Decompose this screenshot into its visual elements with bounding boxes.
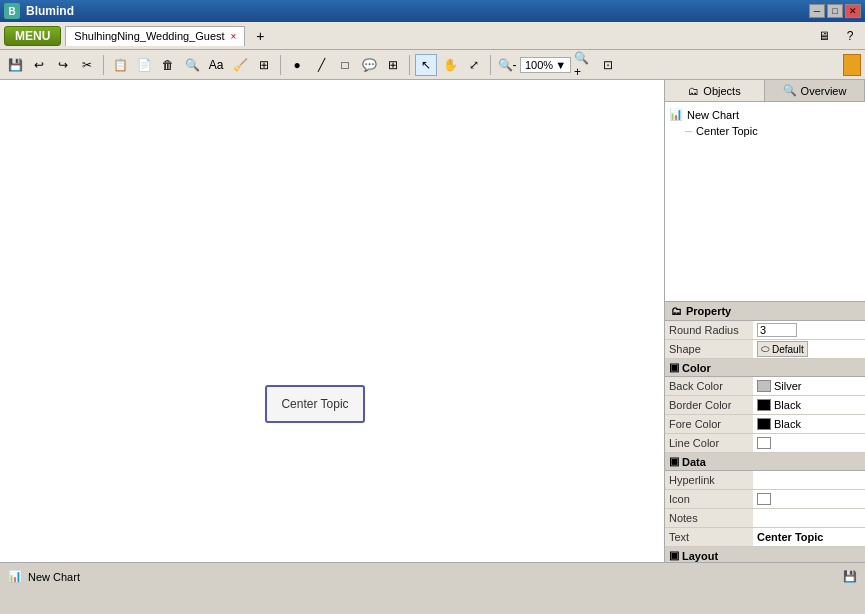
shape-toggle[interactable]: ⬭ Default <box>757 341 808 357</box>
tab-close-button[interactable]: × <box>231 31 237 42</box>
data-section-label: Data <box>682 456 706 468</box>
extra-btn-2[interactable]: ? <box>839 25 861 47</box>
tab-label: ShulhingNing_Wedding_Guest <box>74 30 224 42</box>
property-scroll-container: Round Radius Shape ⬭ Default <box>665 321 865 562</box>
zoom-dropdown-icon[interactable]: ▼ <box>555 59 566 71</box>
toolbar-table[interactable]: ⊞ <box>382 54 404 76</box>
data-collapse-icon[interactable]: ▣ <box>669 455 679 468</box>
app-icon: B <box>4 3 20 19</box>
property-title-icon: 🗂 <box>671 305 682 317</box>
toolbar-select[interactable]: ↖ <box>415 54 437 76</box>
toolbar-transform[interactable]: ⤢ <box>463 54 485 76</box>
toolbar-copy[interactable]: 📋 <box>109 54 131 76</box>
toolbar-save[interactable]: 💾 <box>4 54 26 76</box>
icon-value[interactable] <box>753 490 865 508</box>
toolbar-undo[interactable]: ↩ <box>28 54 50 76</box>
status-save-icon[interactable]: 💾 <box>843 570 857 583</box>
toolbar-extra[interactable] <box>843 54 861 76</box>
extra-btn-1[interactable]: 🖥 <box>813 25 835 47</box>
layout-collapse-icon[interactable]: ▣ <box>669 549 679 562</box>
prop-hyperlink: Hyperlink <box>665 471 865 490</box>
close-button[interactable]: ✕ <box>845 4 861 18</box>
menu-button[interactable]: MENU <box>4 26 61 46</box>
back-color-label: Back Color <box>665 378 753 394</box>
line-color-value[interactable] <box>753 434 865 452</box>
tree-item-chart[interactable]: 📊 New Chart <box>669 106 861 123</box>
chart-icon: 📊 <box>669 108 683 121</box>
toolbar-redo[interactable]: ↪ <box>52 54 74 76</box>
fore-color-value[interactable]: Black <box>753 415 865 433</box>
status-chart-label: New Chart <box>28 571 80 583</box>
property-content: Round Radius Shape ⬭ Default <box>665 321 865 562</box>
minimize-button[interactable]: ─ <box>809 4 825 18</box>
status-chart-icon: 📊 <box>8 570 22 583</box>
app-title: Blumind <box>26 4 803 18</box>
round-radius-value[interactable] <box>753 321 865 339</box>
hyperlink-label: Hyperlink <box>665 472 753 488</box>
tab-overview[interactable]: 🔍 Overview <box>765 80 865 101</box>
border-color-label: Border Color <box>665 397 753 413</box>
color-section-label: Color <box>682 362 711 374</box>
toolbar-paste[interactable]: 📄 <box>133 54 155 76</box>
property-title-label: Property <box>686 305 731 317</box>
toolbar-fit[interactable]: ⊡ <box>597 54 619 76</box>
tab-objects[interactable]: 🗂 Objects <box>665 80 765 101</box>
maximize-button[interactable]: □ <box>827 4 843 18</box>
data-section-header: ▣ Data <box>665 453 865 471</box>
color-collapse-icon[interactable]: ▣ <box>669 361 679 374</box>
border-color-swatch <box>757 399 771 411</box>
text-value[interactable]: Center Topic <box>753 528 865 546</box>
back-color-text: Silver <box>774 380 802 392</box>
shape-value: ⬭ Default <box>753 340 865 358</box>
objects-tab-label: Objects <box>703 85 740 97</box>
round-radius-input[interactable] <box>757 323 797 337</box>
icon-label: Icon <box>665 491 753 507</box>
toolbar-find[interactable]: 🔍 <box>181 54 203 76</box>
overview-tab-icon: 🔍 <box>783 84 797 97</box>
object-tree: 📊 New Chart ─ Center Topic <box>665 102 865 302</box>
icon-swatch <box>757 493 771 505</box>
notes-value[interactable] <box>753 509 865 527</box>
prop-border-color: Border Color Black <box>665 396 865 415</box>
toolbar-line[interactable]: ╱ <box>310 54 332 76</box>
tree-item-center-topic[interactable]: ─ Center Topic <box>669 123 861 139</box>
toolbar-hand[interactable]: ✋ <box>439 54 461 76</box>
new-tab-button[interactable]: + <box>249 25 271 47</box>
layout-section-label: Layout <box>682 550 718 562</box>
toolbar-clear[interactable]: 🧹 <box>229 54 251 76</box>
prop-icon: Icon <box>665 490 865 509</box>
prop-line-color: Line Color <box>665 434 865 453</box>
shape-label: Shape <box>665 341 753 357</box>
text-label: Text <box>665 529 753 545</box>
toolbar-node[interactable]: ● <box>286 54 308 76</box>
hyperlink-value[interactable] <box>753 471 865 489</box>
canvas-area[interactable]: Center Topic <box>0 80 665 562</box>
toolbar-zoom-in[interactable]: 🔍+ <box>573 54 595 76</box>
fore-color-label: Fore Color <box>665 416 753 432</box>
toolbar-delete[interactable]: 🗑 <box>157 54 179 76</box>
objects-tab-icon: 🗂 <box>688 85 699 97</box>
fore-color-text: Black <box>774 418 801 430</box>
overview-tab-label: Overview <box>801 85 847 97</box>
prop-fore-color: Fore Color Black <box>665 415 865 434</box>
window-controls: ─ □ ✕ <box>809 4 861 18</box>
center-topic-node[interactable]: Center Topic <box>265 385 365 423</box>
line-color-label: Line Color <box>665 435 753 451</box>
document-tab[interactable]: ShulhingNing_Wedding_Guest × <box>65 26 245 46</box>
toolbar-rect[interactable]: □ <box>334 54 356 76</box>
zoom-value: 100% <box>525 59 553 71</box>
back-color-swatch <box>757 380 771 392</box>
border-color-value[interactable]: Black <box>753 396 865 414</box>
toolbar: 💾 ↩ ↪ ✂ 📋 📄 🗑 🔍 Aa 🧹 ⊞ ● ╱ □ 💬 ⊞ ↖ ✋ ⤢ 🔍… <box>0 50 865 80</box>
toolbar-format[interactable]: Aa <box>205 54 227 76</box>
toolbar-cut[interactable]: ✂ <box>76 54 98 76</box>
menu-bar: MENU ShulhingNing_Wedding_Guest × + 🖥 ? <box>0 22 865 50</box>
toolbar-grid[interactable]: ⊞ <box>253 54 275 76</box>
toolbar-zoom-out[interactable]: 🔍- <box>496 54 518 76</box>
prop-back-color: Back Color Silver <box>665 377 865 396</box>
toolbar-bubble[interactable]: 💬 <box>358 54 380 76</box>
sep-3 <box>409 55 410 75</box>
shape-icon: ⬭ <box>761 343 770 355</box>
main-layout: Center Topic 🗂 Objects 🔍 Overview 📊 New … <box>0 80 865 562</box>
back-color-value[interactable]: Silver <box>753 377 865 395</box>
